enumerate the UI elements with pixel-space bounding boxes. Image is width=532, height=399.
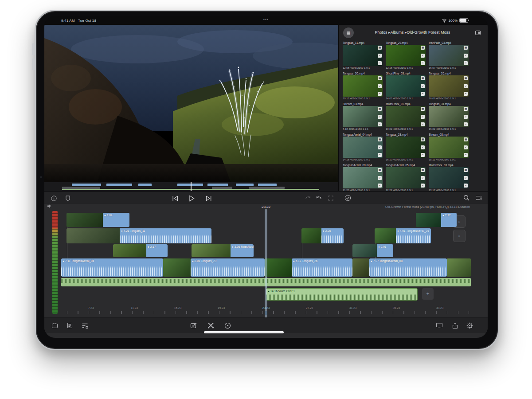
media-thumbnail[interactable]: ▦ ✓ ≈: [429, 106, 469, 127]
undo-button[interactable]: [315, 194, 323, 202]
media-badges: ▦ ✓ ≈: [464, 107, 468, 126]
timeline-clip[interactable]: ● 2.04: [66, 213, 129, 227]
timeline-clip[interactable]: [447, 258, 471, 277]
media-item[interactable]: MossRock_03.mp4 ▦ ✓ ≈ 23.17 4096x2160 1.…: [429, 163, 469, 194]
timeline-clip[interactable]: ● 3.05 MossRock_01: [192, 244, 254, 257]
add-audio-button[interactable]: +: [422, 288, 434, 300]
timeline-clip[interactable]: [352, 258, 369, 277]
media-thumbnail[interactable]: ▦ ✓ ≈: [343, 75, 383, 97]
media-item[interactable]: Stream_03.mp4 ▦ ✓ ≈ 8.18 4096x2160 1.9:1: [343, 102, 383, 133]
media-item[interactable]: Tongass_30.mp4 ▦ ✓ ≈ 10.12 4096x2160 1.9…: [343, 71, 383, 102]
timeline-clip[interactable]: ● 4.21 Tongass_11: [66, 228, 211, 243]
media-item[interactable]: Tongass_11.mp4 ▦ ✓ ≈ 12.08 4096x2160 1.9…: [343, 41, 383, 71]
media-item[interactable]: MossRock_01.mp4 ▦ ✓ ≈ 10.02 4096x2160 1.…: [386, 102, 426, 133]
media-item[interactable]: Tongass_29.mp4 ▦ ✓ ≈ 12.16 4096x2160 1.9…: [386, 41, 426, 71]
media-item[interactable]: TongassAerial_04.mp4 ▦ ✓ ≈ 14.18 4096x21…: [343, 133, 383, 163]
external-display-button[interactable]: [435, 321, 443, 329]
fullscreen-button[interactable]: [327, 194, 335, 202]
redo-button[interactable]: [304, 194, 312, 202]
media-thumbnail[interactable]: ▦ ✓ ≈: [386, 167, 426, 188]
media-thumbnail[interactable]: ▦ ✓ ≈: [429, 167, 469, 188]
info-button[interactable]: [50, 194, 58, 202]
media-thumbnail[interactable]: ▦ ✓ ≈: [343, 167, 383, 188]
media-breadcrumb[interactable]: Photos ▸Albums ▸Old-Growth Forest Moss: [356, 30, 469, 35]
timeline-clip[interactable]: [163, 258, 191, 277]
media-item[interactable]: Tongass_31.mp4 ▦ ✓ ≈ 16.02 4096x2160 1.9…: [429, 102, 469, 133]
media-item[interactable]: IrishPath_03.mp4 ▦ ✓ ≈ 16.07 4096x2160 1…: [429, 41, 469, 71]
media-item[interactable]: GhostPine_03.mp4 ▦ ✓ ≈ 14.02 4096x2160 1…: [386, 71, 426, 102]
media-thumbnail[interactable]: ▦ ✓ ≈: [386, 137, 426, 158]
playhead[interactable]: [266, 209, 266, 318]
prev-frame-button[interactable]: [171, 194, 179, 202]
snap-button[interactable]: [223, 321, 231, 329]
track-options-button[interactable]: [81, 321, 89, 329]
timeline-clip[interactable]: ● 5.17 Tongass_26: [292, 258, 352, 277]
media-metadata: 16.08 4096x2160 1.9:1: [429, 97, 469, 101]
playhead-timecode: 23.22: [254, 205, 278, 209]
audio-waveform: [61, 266, 163, 276]
settings-button[interactable]: [466, 321, 473, 329]
home-indicator[interactable]: [204, 331, 284, 333]
timeline-overview[interactable]: [44, 182, 338, 192]
split-clip-button[interactable]: [207, 321, 215, 329]
media-source-button[interactable]: ▦: [343, 27, 354, 38]
multiselect-button[interactable]: [190, 321, 198, 329]
media-item[interactable]: TongassAerial_08.mp4 ▦ ✓ ≈ 21.20 4096x21…: [343, 163, 383, 194]
media-metadata: 12.16 4096x2160 1.9:1: [386, 66, 426, 70]
clip-type-icon: ▦: [464, 168, 468, 172]
clip-label: ● 14.16 Voice Over 1: [266, 289, 417, 293]
video-preview[interactable]: [44, 25, 338, 182]
timeline-clip[interactable]: ● 2.17: [113, 244, 168, 257]
media-thumbnail[interactable]: ▦ ✓ ≈: [429, 75, 469, 97]
media-thumbnail[interactable]: ▦ ✓ ≈: [343, 137, 383, 158]
clip-body: ● 2.17: [146, 244, 168, 257]
snap-target-icon: [224, 322, 231, 329]
media-badges: ▦ ✓ ≈: [378, 168, 382, 188]
timeline-clip[interactable]: ● 8.01 Tongass_29: [191, 258, 265, 277]
audio-track-icon: ≈: [464, 184, 468, 188]
media-thumbnail[interactable]: ▦ ✓ ≈: [429, 137, 469, 158]
play-button[interactable]: [188, 194, 196, 202]
timeline-clip[interactable]: ● 2.01: [352, 244, 393, 257]
project-manager-button[interactable]: [51, 321, 59, 329]
media-thumbnail[interactable]: ▦ ✓ ≈: [386, 45, 426, 66]
media-thumbnail[interactable]: ▦ ✓ ≈: [343, 45, 383, 66]
audio-monitor-icon[interactable]: [47, 204, 52, 208]
timeline-clip[interactable]: ● 4.01 TongassAerial_05: [375, 228, 431, 243]
media-item[interactable]: Tongass_26.mp4 ▦ ✓ ≈ 16.08 4096x2160 1.9…: [429, 71, 469, 102]
audio-track-icon: ≈: [421, 122, 425, 126]
overview-playhead[interactable]: [191, 182, 192, 192]
timeline-clip[interactable]: ● 14.16 Voice Over 1: [266, 288, 418, 301]
used-check-icon: ✓: [464, 176, 468, 180]
track-tool-button[interactable]: ⌕: [453, 230, 466, 242]
timeline-clip[interactable]: ● 2.05: [301, 228, 344, 243]
timeline-clip[interactable]: [265, 258, 292, 277]
ruler-label: 39.23: [431, 306, 449, 309]
library-toggle-button[interactable]: [473, 28, 483, 38]
media-item[interactable]: Stream_08.mp4 ▦ ✓ ≈ 15.11 4096x2160 1.9:…: [429, 133, 469, 163]
timeline-clip[interactable]: ● 7.07 TongassAerial_08: [369, 258, 447, 277]
clip-label: ● 8.01 Tongass_29: [191, 258, 265, 263]
next-frame-button[interactable]: [205, 194, 213, 202]
timeline-clip[interactable]: ● 7.11 TongassAerial_04: [61, 258, 163, 277]
used-check-icon: ✓: [378, 145, 382, 149]
media-thumbnail[interactable]: ▦ ✓ ≈: [386, 106, 426, 127]
media-filename: Tongass_26.mp4: [429, 71, 469, 75]
photos-grid-icon: ▦: [347, 31, 351, 35]
media-footer: [338, 191, 488, 204]
clip-list-button[interactable]: [66, 321, 74, 329]
media-item[interactable]: Tongass_28.mp4 ▦ ✓ ≈ 16.10 4096x2160 1.9…: [386, 133, 426, 163]
clip-label: ● 7.11 TongassAerial_04: [61, 258, 163, 263]
media-badges: ▦ ✓ ≈: [378, 76, 382, 96]
select-media-button[interactable]: [344, 194, 352, 202]
media-thumbnail[interactable]: ▦ ✓ ≈: [386, 75, 426, 97]
share-export-button[interactable]: [451, 321, 459, 329]
sort-button[interactable]: [475, 194, 483, 202]
search-button[interactable]: [462, 194, 470, 202]
marker-button[interactable]: [64, 194, 72, 202]
timeline-ruler[interactable]: 7.2311.2315.2319.2323.2327.2331.2335.233…: [61, 306, 471, 315]
media-thumbnail[interactable]: ▦ ✓ ≈: [343, 106, 383, 127]
timeline-clip[interactable]: ● 2.12: [416, 213, 457, 227]
media-thumbnail[interactable]: ▦ ✓ ≈: [429, 45, 469, 66]
media-item[interactable]: TongassAerial_05.mp4 ▦ ✓ ≈ 12.22 4096x21…: [386, 163, 426, 194]
